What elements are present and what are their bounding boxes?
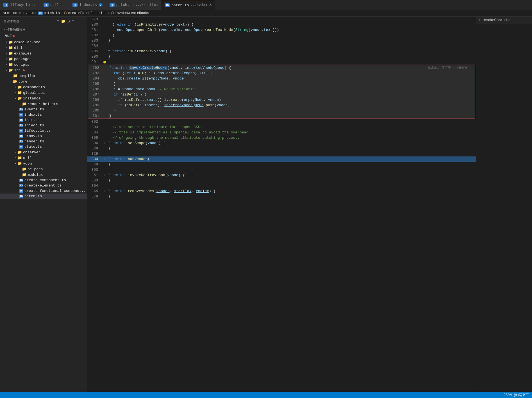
code-line-283: 283 } <box>87 38 476 43</box>
code-line-364: 364 <box>87 183 476 188</box>
folder-icon: 📁 <box>8 46 13 50</box>
sidebar-item-packages[interactable]: › 📁 packages <box>0 56 87 62</box>
code-line-290: 290 } <box>87 54 476 59</box>
ts-icon: TS <box>19 189 23 193</box>
chevron-icon: › <box>15 156 16 160</box>
item-label: events.ts <box>24 107 44 112</box>
tab-spacer <box>215 0 532 10</box>
tab-path: ...\vdom <box>191 3 207 7</box>
item-label: init.ts <box>24 118 40 122</box>
sidebar-item-compiler-src[interactable]: › 📁 compiler-src <box>0 39 87 45</box>
code-line-304: 304 // this is implemented as a special … <box>87 130 476 135</box>
modified-badge <box>23 69 25 71</box>
sidebar-item-patch-ts[interactable]: TS patch.ts <box>0 194 87 199</box>
status-text: CSDN @前端张三 <box>504 393 529 397</box>
collapse-icon[interactable]: ⊟ <box>72 19 74 24</box>
sidebar-item-vdom[interactable]: ▾ 📂 vdom <box>0 161 87 166</box>
folder-icon: 📁 <box>22 102 26 106</box>
ts-icon: TS <box>110 3 115 7</box>
chevron-icon: › <box>6 58 7 61</box>
item-label: lifecycle.ts <box>24 129 51 133</box>
folder-icon: 📂 <box>17 161 22 166</box>
sidebar-item-src[interactable]: ▾ 📂 src <box>0 67 87 73</box>
modified-badge <box>13 35 15 37</box>
code-line-302: 302 <box>87 119 476 124</box>
sidebar-item-create-component-ts[interactable]: TS create-component.ts <box>0 178 87 183</box>
item-label: components <box>23 85 45 89</box>
sidebar-item-util[interactable]: › 📁 util <box>0 155 87 161</box>
item-label: patch.ts <box>24 194 42 198</box>
code-area[interactable]: 279 } 280 } else if (isPrimitive(vnode.t… <box>87 17 476 392</box>
sidebar-item-index-ts[interactable]: TS index.ts <box>0 112 87 117</box>
arrow-icon: ▾ <box>3 28 5 31</box>
ts-icon: TS <box>19 140 23 143</box>
code-line-285: 285 › function isPatchable(vnode) { ··· <box>87 49 476 54</box>
right-panel-arrow: › <box>479 18 481 22</box>
sidebar-item-components[interactable]: › 📁 components <box>0 84 87 90</box>
code-line-295: 295 } <box>88 81 475 87</box>
item-label: render.ts <box>24 139 44 144</box>
tab-bar: TS lifecycle.ts TS util.ts TS index.ts 2… <box>0 0 532 10</box>
tab-index[interactable]: TS index.ts 2 <box>69 0 106 10</box>
item-label: compiler <box>19 74 36 78</box>
new-folder-icon[interactable]: 📁 <box>61 19 66 24</box>
tab-patch-runtime[interactable]: TS patch.ts ...\runtime <box>106 0 162 10</box>
sidebar-item-lifecycle-ts[interactable]: TS lifecycle.ts <box>0 128 87 133</box>
refresh-icon[interactable]: ↺ <box>67 19 70 24</box>
sidebar-item-helpers[interactable]: › 📁 helpers <box>0 166 87 172</box>
item-label: render-helpers <box>28 102 58 106</box>
sidebar-item-create-functional[interactable]: TS create-functional-compone... <box>0 188 87 194</box>
sidebar-item-inject-ts[interactable]: TS inject.ts <box>0 123 87 128</box>
ts-icon: TS <box>19 113 23 117</box>
tab-close-button[interactable]: × <box>209 3 212 8</box>
chevron-icon: › <box>6 46 7 49</box>
code-line-350: 350 <box>87 167 476 172</box>
sidebar-item-dist[interactable]: › 📁 dist <box>0 45 87 51</box>
sidebar-item-events-ts[interactable]: TS events.ts <box>0 107 87 112</box>
sidebar-item-scripts[interactable]: › 📁 scripts <box>0 62 87 67</box>
code-line-329: 329 <box>87 151 476 156</box>
ts-icon: TS <box>72 3 78 7</box>
sidebar-item-observer[interactable]: › 📁 observer <box>0 149 87 155</box>
tab-path: ...\runtime <box>135 3 158 7</box>
new-file-icon[interactable]: ⊕ <box>57 19 59 24</box>
chevron-icon: › <box>19 103 21 106</box>
collapse-arrow: ▾ <box>2 35 4 38</box>
item-label: util <box>23 156 32 160</box>
sidebar-item-create-element-ts[interactable]: TS create-element.ts <box>0 183 87 188</box>
sidebar-item-render-helpers[interactable]: › 📁 render-helpers <box>0 101 87 107</box>
more-icon[interactable]: ··· <box>76 19 83 24</box>
item-label: state.ts <box>24 145 42 149</box>
sidebar-item-compiler[interactable]: › 📁 compiler <box>0 73 87 79</box>
item-label: proxy.ts <box>24 134 42 138</box>
sidebar-item-instance[interactable]: ▾ 📂 instance <box>0 95 87 101</box>
right-panel-header: › invokeCreateHo <box>476 17 532 24</box>
folder-icon: 📁 <box>17 156 22 160</box>
sidebar-item-proxy-ts[interactable]: TS proxy.ts <box>0 133 87 139</box>
sidebar-item-modules[interactable]: › 📁 modules <box>0 172 87 178</box>
sidebar-item-core[interactable]: ▾ 📂 core <box>0 79 87 84</box>
chevron-icon: ▾ <box>15 162 16 165</box>
sidebar-item-init-ts[interactable]: TS init.ts <box>0 117 87 123</box>
sidebar-icons[interactable]: ⊕ 📁 ↺ ⊟ ··· <box>57 19 83 24</box>
code-line-291: 291 <box>87 59 476 65</box>
tab-patch-vdom[interactable]: TS patch.ts ...\vdom × <box>161 0 215 10</box>
chevron-icon: › <box>15 91 16 94</box>
tab-lifecycle[interactable]: TS lifecycle.ts <box>0 0 40 10</box>
folder-icon: 📁 <box>8 40 13 44</box>
chevron-icon: › <box>6 41 7 44</box>
vue-tree-root[interactable]: ▾ VUE <box>0 33 87 39</box>
code-line-299: 299 if (isDef(i.insert)) insertedVnodeQu… <box>88 103 475 108</box>
tab-label: index.ts <box>79 3 97 7</box>
sidebar-item-state-ts[interactable]: TS state.ts <box>0 144 87 149</box>
main-layout: 资源管理器 ⊕ 📁 ↺ ⊟ ··· ▾ 打开的编辑器 ▾ VUE › 📁 com… <box>0 17 532 392</box>
tab-util[interactable]: TS util.ts <box>40 0 69 10</box>
sidebar-item-global-api[interactable]: › 📁 global-api <box>0 90 87 95</box>
right-panel: › invokeCreateHo <box>476 17 532 392</box>
sidebar-item-examples[interactable]: › 📁 examples <box>0 51 87 56</box>
ts-icon: TS <box>19 108 23 111</box>
code-line-296: 296 i = vnode.data.hook // Reuse variabl… <box>88 87 475 92</box>
ts-icon: TS <box>19 145 23 149</box>
tab-label: patch.ts <box>116 3 134 7</box>
sidebar-item-render-ts[interactable]: TS render.ts <box>0 139 87 144</box>
